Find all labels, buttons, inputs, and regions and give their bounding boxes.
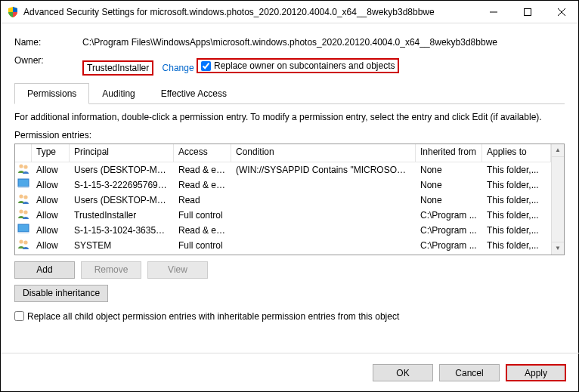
row-icon [15, 193, 32, 207]
row-access: Full control [174, 209, 231, 221]
name-label: Name: [14, 37, 82, 48]
row-access: Full control [174, 239, 231, 252]
row-icon [15, 238, 32, 252]
svg-rect-1 [524, 8, 531, 15]
col-icon[interactable] [15, 144, 32, 162]
disable-inheritance-button[interactable]: Disable inheritance [14, 285, 108, 302]
row-inherited: None [416, 164, 482, 176]
apply-button[interactable]: Apply [506, 364, 566, 381]
col-applies[interactable]: Applies to [482, 144, 551, 162]
entries-label: Permission entries: [14, 130, 565, 140]
row-condition [231, 215, 416, 216]
row-access: Read & ex... [174, 164, 231, 176]
replace-owner-label: Replace owner on subcontainers and objec… [214, 60, 395, 71]
info-text: For additional information, double-click… [14, 112, 565, 122]
row-condition [231, 245, 416, 246]
row-access: Read [174, 194, 231, 206]
scroll-down-icon[interactable]: ▼ [552, 242, 564, 255]
row-condition [231, 199, 416, 201]
svg-point-5 [23, 165, 27, 168]
add-button[interactable]: Add [14, 261, 75, 279]
row-applies: This folder,... [482, 239, 551, 252]
table-row[interactable]: AllowS-1-15-3-1024-363528...Read & ex...… [15, 223, 551, 238]
row-applies: This folder,... [482, 164, 551, 176]
row-condition: (WIN://SYSAPPID Contains "MICROSOFT.... [231, 164, 416, 176]
minimize-button[interactable] [476, 1, 510, 23]
row-icon [15, 177, 32, 192]
tab-permissions[interactable]: Permissions [14, 83, 89, 104]
maximize-button[interactable] [510, 1, 544, 23]
tab-auditing[interactable]: Auditing [89, 83, 147, 103]
view-button: View [147, 261, 208, 279]
row-inherited: C:\Program ... [416, 209, 482, 221]
row-access: Read & ex... [174, 179, 231, 191]
replace-owner-checkbox[interactable] [201, 61, 211, 71]
svg-point-10 [19, 209, 23, 213]
close-button[interactable] [544, 1, 578, 23]
row-applies: This folder,... [482, 179, 551, 191]
row-icon [15, 162, 32, 177]
svg-point-9 [23, 195, 27, 199]
grid-scrollbar[interactable]: ▲ ▼ [551, 144, 564, 255]
row-principal: S-1-15-3-1024-363528... [70, 224, 174, 236]
row-applies: This folder,... [482, 224, 551, 236]
table-row[interactable]: AllowUsers (DESKTOP-MF5C...ReadNoneThis … [15, 193, 551, 208]
row-type: Allow [32, 239, 70, 252]
tab-effective-access[interactable]: Effective Access [148, 83, 240, 103]
svg-point-11 [23, 210, 27, 214]
row-type: Allow [32, 209, 70, 221]
col-type[interactable]: Type [32, 144, 70, 162]
row-principal: S-1-15-3-2226957697-... [70, 179, 174, 191]
name-value: C:\Program Files\WindowsApps\microsoft.w… [82, 37, 497, 48]
row-type: Allow [32, 224, 70, 236]
col-access[interactable]: Access [174, 144, 231, 162]
table-row[interactable]: AllowTrustedInstallerFull controlC:\Prog… [15, 208, 551, 223]
row-inherited: C:\Program ... [416, 224, 482, 236]
col-inherited[interactable]: Inherited from [416, 144, 482, 162]
row-type: Allow [32, 164, 70, 176]
owner-label: Owner: [14, 55, 82, 66]
row-condition [231, 184, 416, 186]
row-type: Allow [32, 194, 70, 206]
row-principal: Users (DESKTOP-MF5C... [70, 164, 174, 176]
change-owner-link[interactable]: Change [163, 63, 194, 73]
svg-point-4 [19, 164, 23, 168]
svg-rect-6 [18, 179, 29, 187]
row-principal: TrustedInstaller [70, 209, 174, 221]
svg-rect-7 [18, 187, 29, 188]
svg-point-14 [19, 239, 23, 243]
ok-button[interactable]: OK [373, 364, 433, 381]
shield-icon [7, 6, 19, 18]
row-principal: SYSTEM [70, 239, 174, 252]
row-principal: Users (DESKTOP-MF5C... [70, 194, 174, 206]
cancel-button[interactable]: Cancel [439, 364, 500, 381]
svg-rect-12 [18, 224, 29, 232]
footer: OK Cancel Apply [1, 353, 579, 392]
replace-owner-box: Replace owner on subcontainers and objec… [197, 58, 399, 73]
row-access: Read & ex... [174, 224, 231, 236]
scroll-up-icon[interactable]: ▲ [552, 144, 564, 157]
remove-button: Remove [81, 261, 141, 279]
row-inherited: None [416, 179, 482, 191]
row-icon [15, 223, 32, 237]
owner-value: TrustedInstaller [82, 60, 153, 76]
titlebar: Advanced Security Settings for microsoft… [1, 1, 578, 23]
replace-all-label: Replace all child object permission entr… [27, 311, 399, 322]
window-title: Advanced Security Settings for microsoft… [23, 7, 476, 17]
table-row[interactable]: AllowS-1-15-3-2226957697-...Read & ex...… [15, 177, 551, 193]
svg-rect-13 [18, 232, 29, 233]
col-principal[interactable]: Principal [70, 144, 174, 162]
row-applies: This folder,... [482, 194, 551, 206]
table-row[interactable]: AllowUsers (DESKTOP-MF5C...Read & ex...(… [15, 162, 551, 177]
row-condition [231, 230, 416, 231]
replace-all-checkbox[interactable] [14, 311, 24, 321]
row-inherited: None [416, 194, 482, 206]
col-condition[interactable]: Condition [231, 144, 416, 162]
row-applies: This folder,... [482, 209, 551, 221]
table-row[interactable]: AllowSYSTEMFull controlC:\Program ...Thi… [15, 238, 551, 253]
svg-point-15 [23, 240, 27, 244]
row-inherited: C:\Program ... [416, 239, 482, 252]
svg-point-8 [19, 194, 23, 198]
row-type: Allow [32, 179, 70, 191]
permission-grid: Type Principal Access Condition Inherite… [14, 144, 565, 255]
